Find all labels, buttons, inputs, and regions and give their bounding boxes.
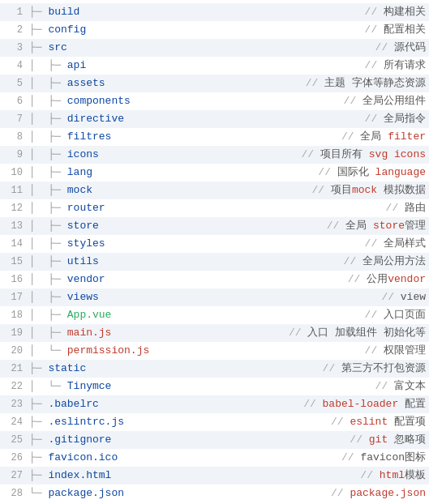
line-number: 3 [3, 39, 23, 57]
file-name: config [48, 21, 86, 39]
tree-prefix: │ ├─ [29, 128, 67, 146]
line-number: 25 [3, 431, 23, 449]
line-number: 13 [3, 217, 23, 235]
comment: // favicon图标 [341, 449, 426, 467]
comment: // html模板 [360, 467, 426, 485]
comment: // 公用vendor [348, 271, 426, 288]
tree-row: 12│ ├─ router// 路由 [0, 199, 429, 217]
line-number: 18 [3, 306, 23, 324]
tree-row: 2├─ config// 配置相关 [0, 21, 429, 39]
tree-row: 16│ ├─ vendor// 公用vendor [0, 271, 429, 288]
tree-row: 22│ └─ Tinymce// 富文本 [0, 378, 429, 395]
tree-prefix: │ ├─ [29, 288, 67, 306]
line-number: 7 [3, 110, 23, 128]
comment: // eslint 配置项 [331, 413, 426, 431]
line-number: 12 [3, 199, 23, 217]
file-name: vendor [67, 271, 105, 288]
tree-row: 4│ ├─ api// 所有请求 [0, 57, 429, 75]
file-name: src [48, 39, 66, 57]
tree-row: 14│ ├─ styles// 全局样式 [0, 235, 429, 253]
tree-row: 5│ ├─ assets// 主题 字体等静态资源 [0, 75, 429, 92]
comment: // git 忽略项 [350, 431, 426, 449]
comment: // 全局公用组件 [344, 92, 426, 110]
tree-prefix: ├─ [29, 395, 48, 413]
tree-prefix: │ ├─ [29, 92, 67, 110]
file-name: utils [67, 253, 99, 271]
line-number: 6 [3, 92, 23, 110]
tree-prefix: │ ├─ [29, 199, 67, 217]
comment: // 富文本 [375, 378, 426, 395]
tree-prefix: │ ├─ [29, 271, 67, 288]
tree-row: 13│ ├─ store// 全局 store管理 [0, 217, 429, 235]
file-name: views [67, 288, 99, 306]
tree-prefix: ├─ [29, 39, 48, 57]
comment: // 权限管理 [365, 342, 426, 360]
line-number: 15 [3, 253, 23, 271]
tree-prefix: │ ├─ [29, 110, 67, 128]
file-name: favicon.ico [48, 449, 118, 467]
line-number: 14 [3, 235, 23, 253]
comment: // view [381, 288, 426, 306]
tree-prefix: ├─ [29, 467, 48, 485]
tree-prefix: ├─ [29, 21, 48, 39]
comment: // 全局样式 [365, 235, 426, 253]
line-number: 1 [3, 3, 23, 21]
comment: // package.json [331, 485, 426, 502]
tree-row: 27├─ index.html// html模板 [0, 467, 429, 485]
file-name: index.html [48, 467, 111, 485]
tree-prefix: ├─ [29, 431, 48, 449]
file-name: .babelrc [48, 395, 98, 413]
comment: // babel-loader 配置 [303, 395, 426, 413]
file-name: Tinymce [67, 378, 112, 395]
line-number: 5 [3, 75, 23, 92]
comment: // 构建相关 [365, 3, 426, 21]
tree-prefix: │ └─ [29, 342, 67, 360]
tree-row: 19│ ├─ main.js// 入口 加载组件 初始化等 [0, 324, 429, 342]
comment: // 国际化 language [318, 164, 426, 182]
file-name: api [67, 57, 86, 75]
file-name: package.json [48, 485, 124, 502]
comment: // 全局指令 [365, 110, 426, 128]
tree-row: 28└─ package.json// package.json [0, 485, 429, 502]
tree-prefix: └─ [29, 485, 48, 502]
tree-prefix: ├─ [29, 413, 48, 431]
comment: // 所有请求 [365, 57, 426, 75]
line-number: 17 [3, 288, 23, 306]
comment: // 路由 [386, 199, 426, 217]
line-number: 20 [3, 342, 23, 360]
tree-prefix: │ └─ [29, 378, 67, 395]
file-tree: 1├─ build// 构建相关2├─ config// 配置相关3├─ src… [0, 0, 429, 504]
line-number: 22 [3, 378, 23, 395]
comment: // 入口 加载组件 初始化等 [289, 324, 426, 342]
tree-row: 26├─ favicon.ico// favicon图标 [0, 449, 429, 467]
tree-row: 15│ ├─ utils// 全局公用方法 [0, 253, 429, 271]
line-number: 8 [3, 128, 23, 146]
line-number: 21 [3, 360, 23, 378]
tree-row: 10│ ├─ lang// 国际化 language [0, 164, 429, 182]
file-name: router [67, 199, 105, 217]
tree-prefix: │ ├─ [29, 235, 67, 253]
tree-prefix: │ ├─ [29, 253, 67, 271]
tree-prefix: │ ├─ [29, 324, 67, 342]
tree-prefix: │ ├─ [29, 164, 67, 182]
file-name: filtres [67, 128, 112, 146]
file-name: App.vue [67, 306, 112, 324]
file-name: main.js [67, 324, 112, 342]
line-number: 19 [3, 324, 23, 342]
tree-prefix: │ ├─ [29, 75, 67, 92]
file-name: .gitignore [48, 431, 111, 449]
tree-row: 7│ ├─ directive// 全局指令 [0, 110, 429, 128]
file-name: components [67, 92, 131, 110]
tree-row: 18│ ├─ App.vue// 入口页面 [0, 306, 429, 324]
tree-prefix: ├─ [29, 360, 48, 378]
file-name: styles [67, 235, 105, 253]
file-name: assets [67, 75, 105, 92]
tree-prefix: │ ├─ [29, 182, 67, 199]
comment: // 主题 字体等静态资源 [306, 75, 426, 92]
line-number: 24 [3, 413, 23, 431]
tree-row: 8│ ├─ filtres// 全局 filter [0, 128, 429, 146]
comment: // 源代码 [375, 39, 426, 57]
comment: // 全局 store管理 [327, 217, 426, 235]
file-name: lang [67, 164, 92, 182]
file-name: static [48, 360, 86, 378]
